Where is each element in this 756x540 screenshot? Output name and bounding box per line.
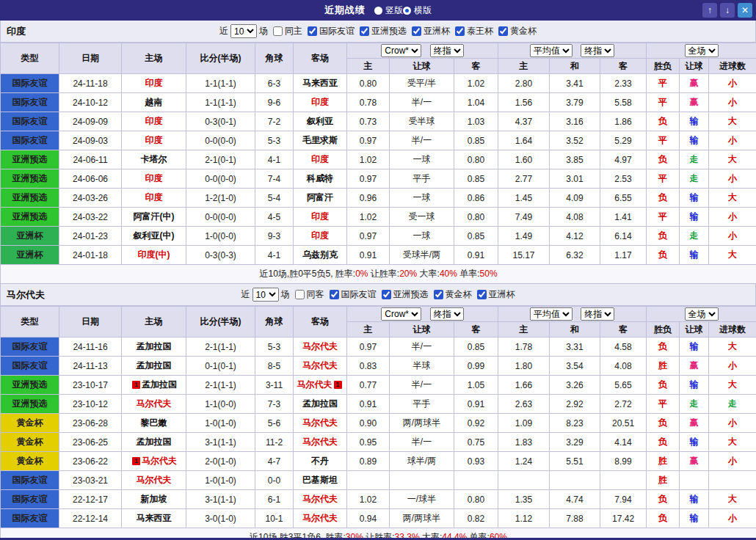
filter-checkbox[interactable]: 亚洲杯	[477, 288, 515, 301]
col-away-odds: 客	[454, 59, 498, 74]
avg-home-cell: 1.49	[498, 227, 550, 246]
away-team-cell: 马尔代夫1	[294, 376, 347, 395]
result-handicap-cell: 输	[680, 376, 709, 395]
result-winlose-cell: 平	[647, 74, 680, 93]
result-goals-cell: 大	[709, 246, 756, 265]
result-handicap-cell: 输	[680, 112, 709, 131]
euro-final-select[interactable]: 终指	[581, 307, 614, 321]
average-select[interactable]: 平均值	[530, 307, 573, 321]
layout-radio-vertical[interactable]: 竖版	[374, 4, 403, 17]
home-team-cell: 印度	[122, 74, 186, 93]
handicap-line-cell: 半/一	[390, 93, 454, 112]
recent-count-select[interactable]: 10	[230, 24, 257, 38]
match-type-cell: 国际友谊	[1, 357, 59, 376]
filter-checkbox[interactable]: 黄金杯	[434, 288, 472, 301]
filter-checkbox[interactable]: 黄金杯	[498, 25, 537, 37]
handicap-away-odds-cell: 0.75	[454, 433, 498, 452]
filter-checkbox[interactable]: 国际友谊	[308, 25, 355, 37]
odds-final-select[interactable]: 终指	[430, 307, 464, 321]
checkbox-icon[interactable]	[295, 290, 305, 299]
handicap-away-odds-cell: 0.91	[454, 395, 498, 414]
handicap-home-odds-cell: 1.02	[347, 150, 390, 169]
fulltime-select[interactable]: 全场	[685, 307, 719, 321]
avg-draw-cell: 3.52	[550, 131, 600, 150]
checkbox-icon[interactable]	[498, 26, 508, 36]
avg-home-cell: 1.80	[498, 357, 550, 376]
filter-checkbox[interactable]: 泰王杯	[455, 25, 493, 37]
corner-cell: 6-3	[255, 74, 294, 93]
bookmaker-select[interactable]: Crow*	[381, 307, 421, 321]
odds-final-select[interactable]: 终指	[430, 44, 464, 57]
scroll-up-button[interactable]: ↑	[702, 3, 717, 18]
match-date-cell: 24-10-12	[59, 93, 122, 112]
recent-count-select[interactable]: 10	[252, 288, 279, 302]
average-select[interactable]: 平均值	[530, 44, 573, 57]
filter-bar: 近10场同客国际友谊亚洲预选黄金杯亚洲杯	[241, 288, 515, 302]
match-date-cell: 24-01-18	[59, 246, 122, 265]
layout-radio-horizontal[interactable]: 横版	[403, 4, 432, 17]
avg-away-cell: 1.86	[600, 112, 647, 131]
radio-label: 横版	[414, 4, 432, 17]
avg-away-cell: 20.51	[600, 414, 647, 433]
filter-checkbox[interactable]: 国际友谊	[330, 288, 377, 301]
handicap-line-cell: 两/两球半	[390, 509, 454, 528]
close-button[interactable]: ✕	[738, 3, 752, 18]
col-away: 客场	[294, 43, 347, 74]
checkbox-icon[interactable]	[273, 26, 283, 36]
away-team-cell: 马尔代夫	[294, 357, 347, 376]
filter-label: 场	[259, 25, 268, 37]
handicap-home-odds-cell: 0.90	[347, 414, 390, 433]
checkbox-icon[interactable]	[434, 290, 443, 299]
result-goals-cell: 小	[709, 93, 756, 112]
bookmaker-select[interactable]: Crow*	[381, 44, 421, 57]
col-handicap-result: 让球	[680, 59, 709, 74]
avg-home-cell: 1.56	[498, 93, 550, 112]
result-winlose-cell: 胜	[647, 471, 680, 490]
avg-draw-cell: 3.79	[550, 93, 600, 112]
checkbox-icon[interactable]	[308, 26, 317, 36]
corner-cell: 0-0	[255, 471, 294, 490]
match-type-cell: 国际友谊	[1, 131, 59, 150]
fulltime-header: 全场	[647, 307, 756, 322]
fulltime-select[interactable]: 全场	[685, 44, 719, 57]
result-goals-cell: 走	[709, 395, 756, 414]
filter-checkbox[interactable]: 亚洲预选	[360, 25, 407, 37]
match-row: 亚洲预选24-03-26印度1-2(1-0)5-4阿富汗0.96一球0.861.…	[1, 189, 756, 208]
result-winlose-cell: 平	[647, 395, 680, 414]
col-handicap-result: 让球	[680, 322, 709, 338]
handicap-away-odds-cell: 0.85	[454, 169, 498, 189]
checkbox-icon[interactable]	[412, 26, 421, 36]
score-cell: 1-0(1-0)	[186, 471, 255, 490]
checkbox-icon[interactable]	[455, 26, 465, 36]
checkbox-icon[interactable]	[330, 290, 339, 299]
title-bar: 近期战绩 竖版横版 ↑ ↓ ✕	[0, 0, 756, 21]
filter-checkbox[interactable]: 亚洲预选	[382, 288, 429, 301]
layout-radio-group: 竖版横版	[374, 4, 432, 17]
away-team-cell: 巴基斯坦	[294, 471, 347, 490]
avg-away-cell: 6.14	[600, 227, 647, 246]
home-team-cell: 1马尔代夫	[122, 452, 186, 471]
scroll-down-button[interactable]: ↓	[720, 3, 735, 18]
match-row: 国际友谊24-10-12越南1-1(1-1)9-6印度0.78半/一1.041.…	[1, 93, 756, 112]
away-team-cell: 孟加拉国	[294, 395, 347, 414]
filter-checkbox[interactable]: 同客	[295, 288, 324, 301]
filter-checkbox[interactable]: 同主	[273, 25, 302, 37]
checkbox-icon[interactable]	[382, 290, 391, 299]
avg-home-cell: 1.66	[498, 376, 550, 395]
match-type-cell: 国际友谊	[1, 112, 59, 131]
avg-home-cell: 1.78	[498, 338, 550, 357]
match-date-cell: 23-10-12	[59, 395, 122, 414]
filter-checkbox[interactable]: 亚洲杯	[412, 25, 450, 37]
match-date-cell: 22-12-17	[59, 490, 122, 509]
col-type: 类型	[1, 43, 59, 74]
checkbox-icon[interactable]	[477, 290, 487, 299]
handicap-home-odds-cell	[347, 471, 390, 490]
match-row: 亚洲杯24-01-18印度(中)0-3(0-3)4-1乌兹别克0.91受球半/两…	[1, 246, 756, 265]
result-goals-cell: 小	[709, 74, 756, 93]
match-type-cell: 国际友谊	[1, 490, 59, 509]
away-team-cell: 不丹	[294, 452, 347, 471]
avg-away-cell: 2.72	[600, 395, 647, 414]
euro-final-select[interactable]: 终指	[581, 44, 614, 57]
result-goals-cell: 大	[709, 433, 756, 452]
checkbox-icon[interactable]	[360, 26, 369, 36]
